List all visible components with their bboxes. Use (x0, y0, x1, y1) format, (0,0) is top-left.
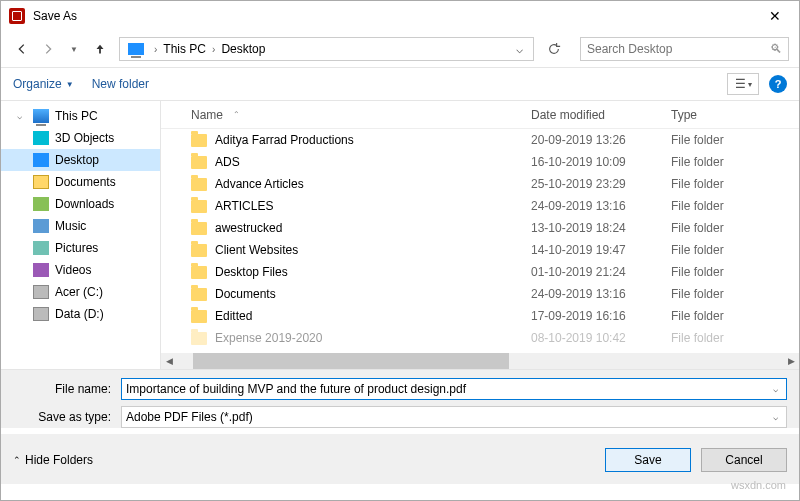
forward-button[interactable] (37, 38, 59, 60)
tree-item-videos[interactable]: Videos (1, 259, 160, 281)
tree-item-documents[interactable]: Documents (1, 171, 160, 193)
column-date[interactable]: Date modified (531, 108, 671, 122)
new-folder-button[interactable]: New folder (92, 77, 149, 91)
chevron-right-icon: › (154, 44, 157, 55)
chevron-icon: ⌵ (17, 111, 27, 121)
tree-item-label: Data (D:) (55, 307, 104, 321)
crumb-this-pc[interactable]: This PC (163, 42, 206, 56)
table-row[interactable]: ARTICLES24-09-2019 13:16File folder (161, 195, 799, 217)
file-list: Name⌃ Date modified Type Aditya Farrad P… (161, 101, 799, 369)
3d-icon (33, 131, 49, 145)
tree-item-desktop[interactable]: Desktop (1, 149, 160, 171)
savetype-value: Adobe PDF Files (*.pdf) (126, 410, 769, 424)
folder-icon (191, 310, 207, 323)
file-type: File folder (671, 243, 799, 257)
table-row[interactable]: Desktop Files01-10-2019 21:24File folder (161, 261, 799, 283)
drive-icon (33, 285, 49, 299)
tree-item-3d-objects[interactable]: 3D Objects (1, 127, 160, 149)
file-date: 13-10-2019 18:24 (531, 221, 671, 235)
filename-field[interactable]: ⌵ (121, 378, 787, 400)
file-rows: Aditya Farrad Productions20-09-2019 13:2… (161, 129, 799, 353)
filename-label: File name: (13, 382, 121, 396)
file-type: File folder (671, 287, 799, 301)
table-row[interactable]: ADS16-10-2019 10:09File folder (161, 151, 799, 173)
filename-dropdown-icon[interactable]: ⌵ (769, 384, 782, 394)
video-icon (33, 263, 49, 277)
nav-tree: ⌵This PC3D ObjectsDesktopDocumentsDownlo… (1, 101, 161, 369)
file-name: awestrucked (215, 221, 282, 235)
table-row[interactable]: Documents24-09-2019 13:16File folder (161, 283, 799, 305)
form-area: File name: ⌵ Save as type: Adobe PDF Fil… (1, 369, 799, 428)
file-name: ADS (215, 155, 240, 169)
file-date: 24-09-2019 13:16 (531, 287, 671, 301)
search-input[interactable] (587, 42, 770, 56)
breadcrumb[interactable]: › This PC › Desktop ⌵ (119, 37, 534, 61)
file-name: Expense 2019-2020 (215, 331, 322, 345)
search-box[interactable]: 🔍︎ (580, 37, 789, 61)
file-date: 16-10-2019 10:09 (531, 155, 671, 169)
scroll-right-icon[interactable]: ▶ (783, 356, 799, 366)
savetype-dropdown-icon[interactable]: ⌵ (769, 412, 782, 422)
close-button[interactable]: ✕ (759, 4, 791, 28)
tree-item-acer-c-[interactable]: Acer (C:) (1, 281, 160, 303)
table-row[interactable]: Advance Articles25-10-2019 23:29File fol… (161, 173, 799, 195)
folder-icon (191, 222, 207, 235)
cancel-button[interactable]: Cancel (701, 448, 787, 472)
tree-item-this-pc[interactable]: ⌵This PC (1, 105, 160, 127)
tree-item-label: Documents (55, 175, 116, 189)
tree-item-data-d-[interactable]: Data (D:) (1, 303, 160, 325)
hide-folders-button[interactable]: ⌃Hide Folders (13, 453, 93, 467)
filename-input[interactable] (126, 382, 769, 396)
save-button[interactable]: Save (605, 448, 691, 472)
file-date: 01-10-2019 21:24 (531, 265, 671, 279)
folder-icon (191, 288, 207, 301)
file-name: Client Websites (215, 243, 298, 257)
savetype-field[interactable]: Adobe PDF Files (*.pdf) ⌵ (121, 406, 787, 428)
file-type: File folder (671, 155, 799, 169)
tree-item-music[interactable]: Music (1, 215, 160, 237)
tree-item-label: This PC (55, 109, 98, 123)
file-name: Desktop Files (215, 265, 288, 279)
scroll-left-icon[interactable]: ◀ (161, 356, 177, 366)
sort-indicator-icon: ⌃ (233, 110, 240, 119)
help-button[interactable]: ? (769, 75, 787, 93)
table-row[interactable]: Expense 2019-202008-10-2019 10:42File fo… (161, 327, 799, 349)
table-row[interactable]: Client Websites14-10-2019 19:47File fold… (161, 239, 799, 261)
tree-item-label: 3D Objects (55, 131, 114, 145)
scroll-track[interactable] (193, 353, 767, 369)
table-row[interactable]: Editted17-09-2019 16:16File folder (161, 305, 799, 327)
column-name[interactable]: Name⌃ (161, 108, 531, 122)
folder-icon (191, 332, 207, 345)
file-type: File folder (671, 221, 799, 235)
refresh-button[interactable] (542, 37, 566, 61)
crumb-desktop[interactable]: Desktop (221, 42, 265, 56)
file-name: Aditya Farrad Productions (215, 133, 354, 147)
folder-icon (191, 134, 207, 147)
tree-item-downloads[interactable]: Downloads (1, 193, 160, 215)
file-date: 08-10-2019 10:42 (531, 331, 671, 345)
pc-icon (128, 43, 144, 55)
chevron-up-icon: ⌃ (13, 455, 21, 465)
search-icon[interactable]: 🔍︎ (770, 42, 782, 56)
main-area: ⌵This PC3D ObjectsDesktopDocumentsDownlo… (1, 101, 799, 369)
file-date: 17-09-2019 16:16 (531, 309, 671, 323)
breadcrumb-dropdown[interactable]: ⌵ (510, 42, 529, 56)
view-options-button[interactable]: ☰▾ (727, 73, 759, 95)
organize-menu[interactable]: Organize▼ (13, 77, 74, 91)
folder-icon (191, 178, 207, 191)
table-row[interactable]: Aditya Farrad Productions20-09-2019 13:2… (161, 129, 799, 151)
folder-icon (191, 266, 207, 279)
recent-dropdown[interactable]: ▼ (63, 38, 85, 60)
tree-item-label: Videos (55, 263, 91, 277)
file-name: Editted (215, 309, 252, 323)
horizontal-scrollbar[interactable]: ◀ ▶ (161, 353, 799, 369)
table-row[interactable]: awestrucked13-10-2019 18:24File folder (161, 217, 799, 239)
scroll-thumb[interactable] (193, 353, 509, 369)
tree-item-pictures[interactable]: Pictures (1, 237, 160, 259)
window-title: Save As (33, 9, 759, 23)
up-button[interactable] (89, 38, 111, 60)
back-button[interactable] (11, 38, 33, 60)
column-type[interactable]: Type (671, 108, 799, 122)
pc-icon (33, 109, 49, 123)
file-type: File folder (671, 331, 799, 345)
